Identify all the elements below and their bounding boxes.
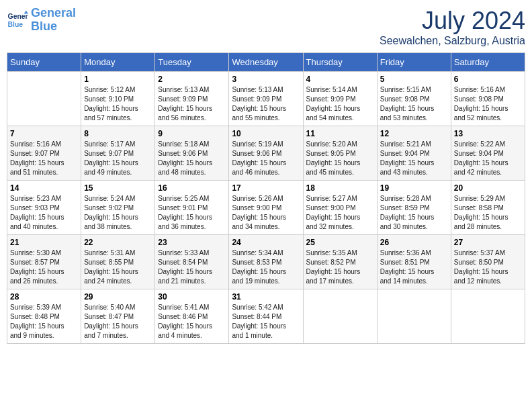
day-info: Sunrise: 5:13 AM Sunset: 9:09 PM Dayligh… bbox=[158, 85, 226, 123]
calendar-cell: 5Sunrise: 5:15 AM Sunset: 9:08 PM Daylig… bbox=[377, 72, 451, 126]
day-number: 12 bbox=[380, 129, 448, 138]
day-info: Sunrise: 5:41 AM Sunset: 8:46 PM Dayligh… bbox=[158, 303, 226, 340]
day-number: 29 bbox=[84, 292, 152, 302]
calendar-cell: 27Sunrise: 5:37 AM Sunset: 8:50 PM Dayli… bbox=[451, 235, 525, 289]
calendar-cell: 7Sunrise: 5:16 AM Sunset: 9:07 PM Daylig… bbox=[7, 126, 81, 181]
day-info: Sunrise: 5:26 AM Sunset: 9:00 PM Dayligh… bbox=[232, 194, 300, 232]
day-number: 9 bbox=[158, 129, 226, 138]
day-number: 17 bbox=[232, 183, 300, 193]
day-number: 24 bbox=[232, 238, 300, 247]
title-block: July 2024 Seewalchen, Salzburg, Austria bbox=[380, 7, 525, 47]
day-info: Sunrise: 5:28 AM Sunset: 8:59 PM Dayligh… bbox=[380, 194, 448, 232]
calendar-table: SundayMondayTuesdayWednesdayThursdayFrid… bbox=[7, 52, 525, 344]
header-monday: Monday bbox=[81, 53, 155, 72]
day-info: Sunrise: 5:34 AM Sunset: 8:53 PM Dayligh… bbox=[232, 248, 300, 286]
day-number: 20 bbox=[454, 183, 522, 193]
calendar-cell: 14Sunrise: 5:23 AM Sunset: 9:03 PM Dayli… bbox=[7, 181, 81, 235]
calendar-cell: 9Sunrise: 5:18 AM Sunset: 9:06 PM Daylig… bbox=[155, 126, 229, 181]
day-number: 3 bbox=[232, 75, 300, 84]
day-info: Sunrise: 5:19 AM Sunset: 9:06 PM Dayligh… bbox=[232, 140, 300, 177]
day-number: 1 bbox=[84, 75, 152, 84]
svg-text:General: General bbox=[8, 13, 28, 20]
header-friday: Friday bbox=[377, 53, 451, 72]
day-number: 7 bbox=[10, 129, 78, 138]
calendar-cell bbox=[7, 72, 81, 126]
day-number: 14 bbox=[10, 183, 78, 193]
day-info: Sunrise: 5:31 AM Sunset: 8:55 PM Dayligh… bbox=[84, 248, 152, 286]
logo-icon: General Blue bbox=[7, 9, 28, 31]
day-number: 2 bbox=[158, 75, 226, 84]
calendar-cell: 21Sunrise: 5:30 AM Sunset: 8:57 PM Dayli… bbox=[7, 235, 81, 289]
calendar-cell: 30Sunrise: 5:41 AM Sunset: 8:46 PM Dayli… bbox=[155, 289, 229, 344]
day-number: 10 bbox=[232, 129, 300, 138]
header-tuesday: Tuesday bbox=[155, 53, 229, 72]
calendar-cell: 25Sunrise: 5:35 AM Sunset: 8:52 PM Dayli… bbox=[303, 235, 377, 289]
day-number: 13 bbox=[454, 129, 522, 138]
day-info: Sunrise: 5:22 AM Sunset: 9:04 PM Dayligh… bbox=[454, 140, 522, 177]
day-info: Sunrise: 5:24 AM Sunset: 9:02 PM Dayligh… bbox=[84, 194, 152, 232]
calendar-cell: 10Sunrise: 5:19 AM Sunset: 9:06 PM Dayli… bbox=[229, 126, 303, 181]
day-info: Sunrise: 5:23 AM Sunset: 9:03 PM Dayligh… bbox=[10, 194, 78, 232]
calendar-cell: 26Sunrise: 5:36 AM Sunset: 8:51 PM Dayli… bbox=[377, 235, 451, 289]
calendar-cell: 12Sunrise: 5:21 AM Sunset: 9:04 PM Dayli… bbox=[377, 126, 451, 181]
calendar-cell: 23Sunrise: 5:33 AM Sunset: 8:54 PM Dayli… bbox=[155, 235, 229, 289]
day-info: Sunrise: 5:30 AM Sunset: 8:57 PM Dayligh… bbox=[10, 248, 78, 286]
day-info: Sunrise: 5:42 AM Sunset: 8:44 PM Dayligh… bbox=[232, 303, 300, 340]
day-info: Sunrise: 5:36 AM Sunset: 8:51 PM Dayligh… bbox=[380, 248, 448, 286]
svg-text:Blue: Blue bbox=[8, 20, 24, 28]
day-info: Sunrise: 5:29 AM Sunset: 8:58 PM Dayligh… bbox=[454, 194, 522, 232]
calendar-cell: 17Sunrise: 5:26 AM Sunset: 9:00 PM Dayli… bbox=[229, 181, 303, 235]
header-sunday: Sunday bbox=[7, 53, 81, 72]
calendar-header-row: SundayMondayTuesdayWednesdayThursdayFrid… bbox=[7, 53, 525, 72]
day-info: Sunrise: 5:13 AM Sunset: 9:09 PM Dayligh… bbox=[232, 85, 300, 123]
calendar-cell bbox=[377, 289, 451, 344]
logo-text: General Blue bbox=[31, 7, 76, 34]
day-number: 18 bbox=[306, 183, 374, 193]
header-wednesday: Wednesday bbox=[229, 53, 303, 72]
location-subtitle: Seewalchen, Salzburg, Austria bbox=[380, 35, 525, 47]
day-number: 11 bbox=[306, 129, 374, 138]
day-number: 31 bbox=[232, 292, 300, 302]
calendar-cell: 13Sunrise: 5:22 AM Sunset: 9:04 PM Dayli… bbox=[451, 126, 525, 181]
logo: General Blue General Blue bbox=[7, 7, 76, 34]
page-header: General Blue General Blue July 2024 Seew… bbox=[7, 7, 525, 47]
calendar-cell: 18Sunrise: 5:27 AM Sunset: 9:00 PM Dayli… bbox=[303, 181, 377, 235]
header-saturday: Saturday bbox=[451, 53, 525, 72]
calendar-cell: 28Sunrise: 5:39 AM Sunset: 8:48 PM Dayli… bbox=[7, 289, 81, 344]
day-info: Sunrise: 5:33 AM Sunset: 8:54 PM Dayligh… bbox=[158, 248, 226, 286]
logo-general: General bbox=[31, 6, 76, 19]
calendar-cell: 15Sunrise: 5:24 AM Sunset: 9:02 PM Dayli… bbox=[81, 181, 155, 235]
day-info: Sunrise: 5:27 AM Sunset: 9:00 PM Dayligh… bbox=[306, 194, 374, 232]
logo-blue: Blue bbox=[31, 19, 57, 33]
day-number: 15 bbox=[84, 183, 152, 193]
day-number: 27 bbox=[454, 238, 522, 247]
header-thursday: Thursday bbox=[303, 53, 377, 72]
calendar-cell: 22Sunrise: 5:31 AM Sunset: 8:55 PM Dayli… bbox=[81, 235, 155, 289]
day-info: Sunrise: 5:21 AM Sunset: 9:04 PM Dayligh… bbox=[380, 140, 448, 177]
calendar-cell: 2Sunrise: 5:13 AM Sunset: 9:09 PM Daylig… bbox=[155, 72, 229, 126]
calendar-cell: 16Sunrise: 5:25 AM Sunset: 9:01 PM Dayli… bbox=[155, 181, 229, 235]
calendar-week-row: 1Sunrise: 5:12 AM Sunset: 9:10 PM Daylig… bbox=[7, 72, 525, 126]
day-number: 8 bbox=[84, 129, 152, 138]
day-info: Sunrise: 5:40 AM Sunset: 8:47 PM Dayligh… bbox=[84, 303, 152, 340]
day-number: 23 bbox=[158, 238, 226, 247]
calendar-cell: 6Sunrise: 5:16 AM Sunset: 9:08 PM Daylig… bbox=[451, 72, 525, 126]
calendar-cell: 29Sunrise: 5:40 AM Sunset: 8:47 PM Dayli… bbox=[81, 289, 155, 344]
day-number: 30 bbox=[158, 292, 226, 302]
calendar-week-row: 14Sunrise: 5:23 AM Sunset: 9:03 PM Dayli… bbox=[7, 181, 525, 235]
calendar-week-row: 7Sunrise: 5:16 AM Sunset: 9:07 PM Daylig… bbox=[7, 126, 525, 181]
month-year-title: July 2024 bbox=[380, 7, 525, 35]
day-number: 19 bbox=[380, 183, 448, 193]
day-info: Sunrise: 5:17 AM Sunset: 9:07 PM Dayligh… bbox=[84, 140, 152, 177]
day-number: 6 bbox=[454, 75, 522, 84]
day-number: 25 bbox=[306, 238, 374, 247]
day-number: 21 bbox=[10, 238, 78, 247]
day-info: Sunrise: 5:15 AM Sunset: 9:08 PM Dayligh… bbox=[380, 85, 448, 123]
calendar-cell bbox=[303, 289, 377, 344]
day-info: Sunrise: 5:18 AM Sunset: 9:06 PM Dayligh… bbox=[158, 140, 226, 177]
day-info: Sunrise: 5:20 AM Sunset: 9:05 PM Dayligh… bbox=[306, 140, 374, 177]
calendar-cell: 8Sunrise: 5:17 AM Sunset: 9:07 PM Daylig… bbox=[81, 126, 155, 181]
day-number: 28 bbox=[10, 292, 78, 302]
day-number: 16 bbox=[158, 183, 226, 193]
day-info: Sunrise: 5:12 AM Sunset: 9:10 PM Dayligh… bbox=[84, 85, 152, 123]
